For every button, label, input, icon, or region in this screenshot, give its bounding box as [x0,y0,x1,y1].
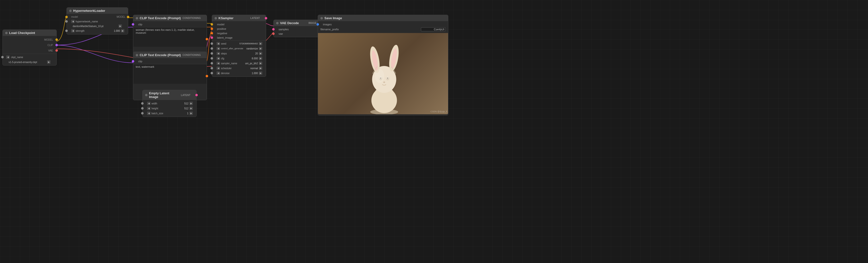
conditioning-output-port[interactable] [206,75,208,77]
node-title: KSampler [218,16,234,20]
clip-output-port[interactable] [55,44,58,46]
cfg-next-btn[interactable]: ▶ [259,57,262,60]
batch-size-port[interactable] [141,112,144,114]
save-image-header: Save Image [318,15,448,21]
denoise-next-btn[interactable]: ▶ [259,71,262,75]
save-image-node: Save Image images filename_prefix [318,15,448,116]
steps-value: 20 [255,52,258,55]
clip-input-port[interactable] [132,60,134,63]
control-after-label: control_after_generate [221,47,243,50]
positive-input-label: positive [217,27,226,30]
positive-prompt-text[interactable]: woman (fennec ears fox ears:1.1), marble… [133,27,207,47]
scheduler-prev-btn[interactable]: ◀ [217,66,220,70]
height-next-btn[interactable]: ▶ [189,107,193,110]
ckpt-next-btn[interactable]: ▶ [47,60,51,64]
clip-positive-header: CLIP Text Encode (Prompt) CONDITIONING [133,15,207,21]
hypernetwork-name-value: dantionMarbleStatues_10.pt [73,25,103,28]
positive-input-port[interactable] [211,28,213,30]
model-input-label: model [217,23,224,26]
negative-prompt-text[interactable]: text, watermark [133,64,207,84]
latent-output-port[interactable] [195,94,198,96]
strength-value: 1.000 [114,30,120,32]
model-input-port[interactable] [211,23,213,26]
ksampler-node: KSampler LATENT model positive negative … [212,15,266,77]
steps-next-btn[interactable]: ▶ [259,52,262,55]
svg-point-10 [387,77,389,79]
node-body: ◀ width 512 ▶ ◀ height 512 ▶ ◀ batch_siz… [143,100,196,117]
ksampler-header: KSampler LATENT [212,15,266,21]
model-input-port[interactable] [65,16,68,18]
sampler-port[interactable] [211,62,213,65]
hypernet-prev-btn[interactable]: ◀ [71,20,74,23]
scheduler-label: scheduler [221,67,231,70]
cfg-port[interactable] [211,57,213,60]
batch-prev-btn[interactable]: ◀ [147,111,151,115]
control-after-port[interactable] [211,47,213,50]
width-prev-btn[interactable]: ◀ [147,102,151,105]
vae-output-row: VAE [3,48,56,53]
latent-output-port[interactable] [265,17,267,20]
sampler-next-btn[interactable]: ▶ [259,62,262,65]
control-prev-btn[interactable]: ◀ [217,47,220,50]
model-output-port[interactable] [55,38,58,41]
images-input-port[interactable] [316,23,319,26]
seed-next-btn[interactable]: ▶ [259,42,262,45]
steps-port[interactable] [211,52,213,55]
latent-input-port[interactable] [211,36,213,39]
scheduler-port[interactable] [211,67,213,69]
clip-input-port[interactable] [132,23,134,26]
strength-prev-btn[interactable]: ◀ [71,29,74,33]
samples-input-label: samples [279,28,289,31]
conditioning-output-label: CONDITIONING [183,54,201,56]
cfg-prev-btn[interactable]: ◀ [217,57,220,60]
width-next-btn[interactable]: ▶ [189,102,193,105]
node-status-dot [320,17,323,20]
node-title: VAE Decode [280,21,299,25]
model-output-label: MODEL [44,38,53,41]
width-port[interactable] [141,102,144,105]
seed-port[interactable] [211,42,213,45]
hypernetwork-name-port[interactable] [65,20,68,23]
strength-next-btn[interactable]: ▶ [121,29,124,33]
watermark: CSDN @金pjp_li [431,110,447,113]
node-status-dot [276,22,279,24]
ckpt-name-label: ckpt_name [11,56,54,59]
steps-label: steps [221,52,227,55]
ckpt-name-value: v1-5-pruned-emaonly.ckpt [9,61,37,64]
ckpt-prev-btn[interactable]: ◀ [6,56,10,59]
steps-prev-btn[interactable]: ◀ [217,52,220,55]
load-checkpoint-header: Load Checkpoint [3,30,56,36]
vae-input-port[interactable] [272,33,275,35]
batch-next-btn[interactable]: ▶ [189,111,193,115]
filename-prefix-label: filename_prefix [320,28,339,31]
strength-port[interactable] [65,30,68,32]
control-next-btn[interactable]: ▶ [259,47,262,50]
ckpt-name-port[interactable] [1,56,4,58]
negative-input-port[interactable] [211,32,213,34]
sampler-name-label: sampler_name [221,62,237,65]
empty-latent-header: Empty Latent Image LATENT [143,90,196,100]
statue-preview-svg [318,33,448,114]
node-status-dot [136,17,138,20]
hypernet-next-btn[interactable]: ▶ [119,24,122,28]
vae-output-port[interactable] [55,49,58,52]
node-title: Empty Latent Image [149,91,179,99]
samples-input-port[interactable] [272,28,275,31]
height-port[interactable] [141,107,144,109]
batch-size-value: 1 [187,112,188,115]
denoise-port[interactable] [211,72,213,74]
images-input-label: images [323,23,332,26]
model-output-row: MODEL [3,37,56,42]
node-body: model positive negative latent_image ◀ s… [212,21,266,76]
height-prev-btn[interactable]: ◀ [147,107,151,110]
filename-prefix-input[interactable] [421,27,445,31]
denoise-prev-btn[interactable]: ◀ [217,71,220,75]
latent-output-label: LATENT [250,17,260,20]
conditioning-output-label: CONDITIONING [183,17,201,20]
model-output-port[interactable] [127,16,129,18]
conditioning-output-port[interactable] [206,38,208,40]
node-status-dot [145,94,148,96]
seed-prev-btn[interactable]: ◀ [217,42,220,45]
sampler-prev-btn[interactable]: ◀ [217,62,220,65]
scheduler-next-btn[interactable]: ▶ [259,66,262,70]
